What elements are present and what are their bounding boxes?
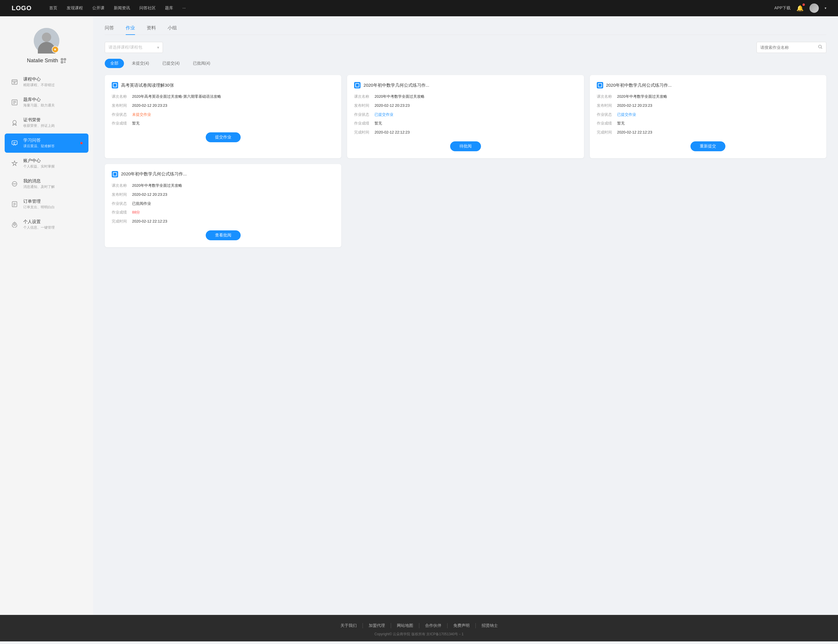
hw3-status-field: 作业状态 已提交作业 — [597, 112, 819, 118]
question-bank-sub: 海量习题、助力通关 — [23, 103, 83, 108]
sidebar: ★ Natalie Smith — [0, 16, 93, 615]
tab-wenda[interactable]: 问答 — [105, 25, 114, 34]
homework-card-4: 2020年初中数学几何公式练习作... 课次名称 2020年中考数学全面过关攻略… — [105, 164, 341, 247]
footer-link-about[interactable]: 关于我们 — [335, 623, 363, 628]
tab-zuoye[interactable]: 作业 — [126, 25, 135, 34]
hw3-status-label: 作业状态 — [597, 112, 617, 118]
bell-icon: 🔔 — [796, 5, 803, 12]
hw3-action-button[interactable]: 重新提交 — [690, 141, 725, 151]
nav-news[interactable]: 新闻资讯 — [114, 5, 130, 11]
hw1-status-label: 作业状态 — [112, 112, 132, 118]
question-bank-icon — [10, 98, 19, 107]
account-center-sub: 个人权益、实时掌握 — [23, 164, 83, 169]
account-center-icon — [10, 159, 19, 168]
hw1-course-label: 课次名称 — [112, 94, 132, 100]
nav-bank[interactable]: 题库 — [165, 5, 173, 11]
sidebar-item-question-bank[interactable]: 题库中心 海量习题、助力通关 — [5, 93, 89, 112]
sidebar-item-learning-qa[interactable]: 学习问答 课后重温、疑难解答 — [5, 133, 89, 153]
account-center-title: 账户中心 — [23, 158, 83, 163]
svg-rect-6 — [64, 61, 65, 62]
svg-point-25 — [15, 184, 16, 184]
hw3-course-field: 课次名称 2020年中考数学全面过关攻略 — [597, 94, 819, 100]
hw3-score-value: 暂无 — [617, 120, 819, 127]
status-tab-submitted[interactable]: 已提交(4) — [157, 59, 185, 68]
sidebar-item-course-center[interactable]: 课程中心 精彩课程、不容错过 — [5, 72, 89, 92]
hw1-score-field: 作业成绩 暂无 — [112, 120, 334, 127]
hw2-action-button[interactable]: 待批阅 — [450, 141, 481, 151]
hw1-status-field: 作业状态 未提交作业 — [112, 112, 334, 118]
hw2-status-label: 作业状态 — [354, 112, 375, 118]
status-tab-all[interactable]: 全部 — [105, 59, 124, 68]
nav-discover[interactable]: 发现课程 — [67, 5, 83, 11]
status-tab-reviewed[interactable]: 已批阅(4) — [187, 59, 215, 68]
hw3-publish-label: 发布时间 — [597, 103, 617, 109]
question-bank-text: 题库中心 海量习题、助力通关 — [23, 97, 83, 108]
avatar-level-badge: ★ — [52, 46, 59, 53]
hw3-header: 2020年初中数学几何公式练习作... — [597, 82, 819, 89]
footer-link-sitemap[interactable]: 网站地图 — [391, 623, 419, 628]
hw4-action-button[interactable]: 查看批阅 — [206, 230, 241, 240]
avatar-dropdown-arrow[interactable]: ▾ — [825, 6, 826, 10]
logo[interactable]: LOGO — [12, 4, 32, 12]
avatar-image — [810, 3, 819, 13]
homework-card-1: 高考英语试卷阅读理解30张 课次名称 2020年高考英语全面过关攻略-第六期零基… — [105, 75, 341, 158]
svg-rect-9 — [65, 62, 66, 63]
course-center-icon — [10, 78, 19, 86]
notification-bell[interactable]: 🔔 — [796, 5, 803, 12]
hw3-footer: 重新提交 — [597, 141, 819, 151]
footer-link-partner[interactable]: 合作伙伴 — [419, 623, 447, 628]
sidebar-item-orders[interactable]: 订单管理 订单支出、明明白白 — [5, 195, 89, 214]
filter-left: 请选择课程/课程包 ▾ — [105, 42, 163, 53]
hw4-score-value: 88分 — [132, 209, 334, 215]
messages-title: 我的消息 — [23, 178, 83, 184]
hw1-status-value: 未提交作业 — [132, 112, 334, 118]
settings-icon — [10, 220, 19, 228]
nav-more[interactable]: ··· — [182, 5, 186, 11]
hw3-score-field: 作业成绩 暂无 — [597, 120, 819, 127]
svg-rect-4 — [65, 59, 65, 60]
nav-open[interactable]: 公开课 — [92, 5, 104, 11]
hw2-complete-field: 完成时间 2020-02-12 22:12:23 — [354, 130, 577, 136]
sidebar-item-certificate[interactable]: 证书荣誉 收获荣誉、持证上岗 — [5, 113, 89, 132]
course-select-dropdown[interactable]: 请选择课程/课程包 ▾ — [105, 42, 163, 53]
tab-ziliao[interactable]: 资料 — [147, 25, 156, 34]
user-avatar[interactable] — [810, 3, 819, 13]
messages-icon — [10, 180, 19, 188]
sidebar-menu: 课程中心 精彩课程、不容错过 题库中心 海量习题、助力通关 — [0, 72, 93, 235]
search-box[interactable] — [756, 42, 826, 53]
course-select-placeholder: 请选择课程/课程包 — [108, 45, 142, 50]
sidebar-item-settings[interactable]: 个人设置 个人信息、一键管理 — [5, 215, 89, 234]
hw3-score-label: 作业成绩 — [597, 120, 617, 127]
hw2-course-label: 课次名称 — [354, 94, 375, 100]
hw2-header: 2020年初中数学几何公式练习作... — [354, 82, 577, 89]
orders-text: 订单管理 订单支出、明明白白 — [23, 199, 83, 210]
hw1-badge-icon — [112, 82, 118, 89]
footer-link-franchise[interactable]: 加盟代理 — [363, 623, 391, 628]
qrcode-icon[interactable] — [61, 58, 66, 64]
tab-xiaozu[interactable]: 小组 — [168, 25, 177, 34]
search-input[interactable] — [760, 45, 818, 50]
footer-link-recruit[interactable]: 招贤纳士 — [476, 623, 504, 628]
top-navigation: LOGO 首页 发现课程 公开课 新闻资讯 问答社区 题库 ··· APP下载 … — [0, 0, 838, 16]
hw2-complete-label: 完成时间 — [354, 130, 375, 136]
hw4-complete-label: 完成时间 — [112, 219, 132, 225]
sidebar-item-messages[interactable]: 我的消息 消息通知、及时了解 — [5, 174, 89, 194]
svg-point-23 — [13, 184, 14, 184]
search-icon[interactable] — [818, 44, 823, 50]
settings-title: 个人设置 — [23, 219, 83, 225]
hw2-complete-value: 2020-02-12 22:12:23 — [375, 130, 577, 136]
notification-badge — [802, 3, 805, 6]
status-tab-not-submitted[interactable]: 未提交(4) — [126, 59, 154, 68]
app-download-button[interactable]: APP下载 — [774, 5, 790, 11]
hw1-action-button[interactable]: 提交作业 — [206, 132, 241, 142]
sidebar-avatar-container: ★ — [34, 28, 59, 54]
svg-point-24 — [14, 184, 15, 184]
hw3-complete-field: 完成时间 2020-02-12 22:12:23 — [597, 130, 819, 136]
nav-qa[interactable]: 问答社区 — [140, 5, 156, 11]
nav-home[interactable]: 首页 — [49, 5, 58, 11]
sidebar-item-account-center[interactable]: 账户中心 个人权益、实时掌握 — [5, 154, 89, 173]
user-name-display: Natalie Smith — [27, 58, 66, 64]
main-content: 问答 作业 资料 小组 请选择课程/课程包 ▾ — [93, 16, 838, 615]
hw1-publish-field: 发布时间 2020-02-12 20:23:23 — [112, 103, 334, 109]
footer-link-disclaimer[interactable]: 免费声明 — [447, 623, 476, 628]
